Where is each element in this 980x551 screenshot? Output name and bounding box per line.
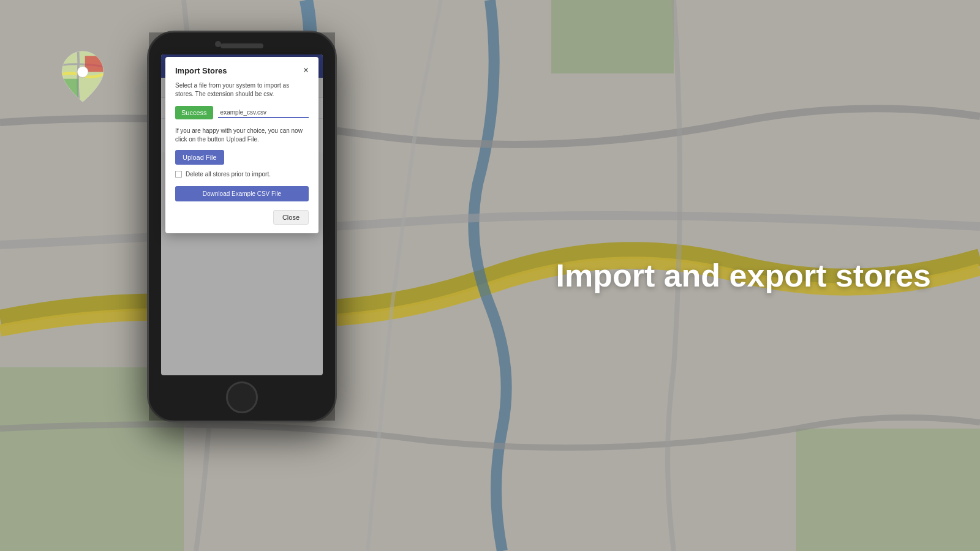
delete-row: Delete all stores prior to import.: [175, 171, 309, 178]
modal-description: Select a file from your system to import…: [175, 81, 309, 99]
download-csv-button[interactable]: Download Example CSV File: [175, 186, 309, 201]
import-stores-modal: Import Stores × Select a file from your …: [165, 57, 318, 233]
phone-body: ☰ 🔍 Search i 📍 Store Locator & Map ···: [147, 31, 337, 422]
modal-overlay: Import Stores × Select a file from your …: [161, 54, 323, 375]
success-button[interactable]: Success: [175, 106, 213, 119]
phone-mockup: ☰ 🔍 Search i 📍 Store Locator & Map ···: [147, 31, 337, 422]
modal-footer: Close: [175, 210, 309, 225]
app-logo: [55, 49, 110, 104]
modal-title: Import Stores: [175, 66, 227, 75]
svg-rect-7: [62, 79, 78, 102]
happy-description: If you are happy with your choice, you c…: [175, 127, 309, 144]
phone-screen: ☰ 🔍 Search i 📍 Store Locator & Map ···: [161, 54, 323, 375]
modal-close-button[interactable]: ×: [303, 66, 309, 75]
file-row: Success example_csv.csv: [175, 106, 309, 119]
promo-heading: Import and export stores: [556, 258, 931, 293]
promo-text-block: Import and export stores: [556, 257, 931, 294]
svg-point-8: [77, 67, 88, 78]
file-name-display: example_csv.csv: [218, 108, 309, 118]
modal-header: Import Stores ×: [175, 66, 309, 75]
close-modal-button[interactable]: Close: [273, 210, 309, 225]
delete-checkbox[interactable]: [175, 171, 182, 178]
delete-label: Delete all stores prior to import.: [186, 171, 271, 178]
upload-file-button[interactable]: Upload File: [175, 150, 224, 165]
